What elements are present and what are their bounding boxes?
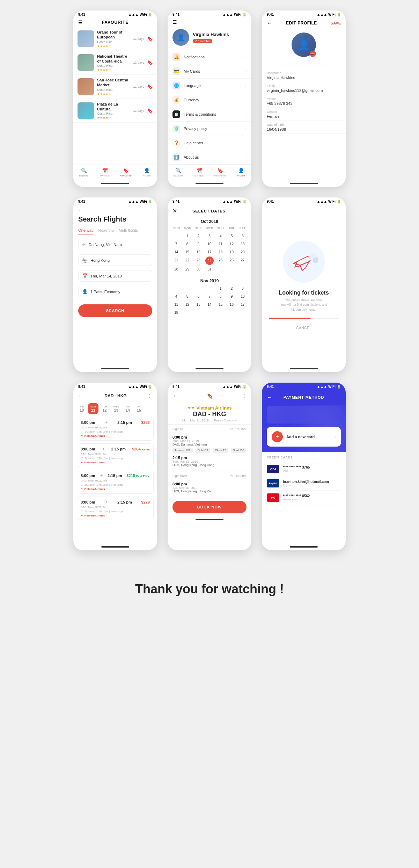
date-tab-wed[interactable]: Wed 13: [111, 403, 122, 414]
cal-day[interactable]: 18: [215, 248, 226, 256]
cal-day[interactable]: 12: [227, 240, 237, 248]
cal-day[interactable]: 2: [227, 285, 237, 292]
cal-day[interactable]: 9: [193, 240, 204, 248]
cal-day[interactable]: 4: [171, 293, 182, 300]
cal-day[interactable]: 10: [204, 240, 215, 248]
menu-mycards[interactable]: 💳 My Cards ›: [168, 64, 251, 79]
to-field[interactable]: 🛬 Hong Kong: [78, 254, 152, 266]
fav-item-4[interactable]: Plaza de La Cultura Costa Rica ★★★★☆ 11 …: [73, 99, 157, 123]
cal-day[interactable]: 26: [227, 256, 237, 265]
from-field[interactable]: ✈ Da Nang, Viet Nam: [78, 239, 152, 250]
fav-bookmark-2[interactable]: 🔖: [147, 60, 153, 65]
more-options-icon[interactable]: ⋮: [147, 393, 152, 399]
menu-privacy[interactable]: 🛡️ Privacy policy ›: [168, 122, 251, 136]
dob-value[interactable]: 16/04/1988: [267, 127, 341, 131]
book-now-button[interactable]: BOOK NOW: [172, 501, 247, 513]
cal-day[interactable]: 14: [204, 301, 215, 308]
nav-profile-2[interactable]: 👤 Profile: [230, 168, 251, 177]
cc-item-mc[interactable]: MC **** **** **** 8562 Master Card: [267, 491, 341, 505]
cal-day[interactable]: 11: [215, 240, 226, 248]
cal-day[interactable]: 21: [171, 256, 182, 265]
cal-day[interactable]: 4: [215, 232, 226, 240]
fav-bookmark-4[interactable]: 🔖: [147, 108, 153, 114]
date-tab-mon[interactable]: Mon 11: [88, 403, 98, 414]
cal-day[interactable]: 13: [193, 301, 204, 308]
cc-item-visa[interactable]: VISA **** **** **** 3765 Visa: [267, 462, 341, 476]
cal-day-selected[interactable]: 24: [205, 256, 214, 265]
cal-day[interactable]: 8: [182, 240, 193, 248]
tab-multiflights[interactable]: Multi flights: [119, 228, 138, 234]
cal-day[interactable]: 22: [182, 256, 193, 265]
fav-bookmark-3[interactable]: 🔖: [147, 84, 153, 89]
date-field[interactable]: 📅 Thu, Mar 14, 2019: [78, 270, 152, 282]
cancel-button[interactable]: CANCEL: [296, 326, 312, 330]
cal-day[interactable]: 27: [237, 256, 248, 265]
cal-day[interactable]: 7: [171, 240, 182, 248]
camera-icon[interactable]: 📷: [310, 51, 316, 57]
cal-day[interactable]: 23: [193, 256, 204, 265]
cal-day[interactable]: 25: [215, 256, 226, 265]
cal-day[interactable]: 3: [204, 232, 215, 240]
cal-day[interactable]: 30: [193, 266, 204, 273]
gender-value[interactable]: Female: [267, 114, 341, 118]
fav-item-2[interactable]: National Theatre of Costa Rica Costa Ric…: [73, 51, 157, 75]
date-tab-thu[interactable]: Thu 14: [123, 403, 133, 414]
results-back-btn[interactable]: ←: [78, 393, 84, 399]
menu-terms[interactable]: 📋 Terms & conditions ›: [168, 107, 251, 122]
menu-notifications[interactable]: 🔔 Notifications ›: [168, 50, 251, 64]
edit-back-icon[interactable]: ←: [267, 20, 272, 26]
cal-day[interactable]: 16: [227, 301, 237, 308]
search-button[interactable]: SEARCH: [78, 304, 152, 317]
date-tab-fri[interactable]: Fri 15: [134, 403, 144, 414]
cal-day[interactable]: 3: [237, 285, 248, 292]
cal-day[interactable]: 2: [193, 232, 204, 240]
menu-about[interactable]: ℹ️ About us ›: [168, 150, 251, 165]
cal-day[interactable]: 6: [237, 232, 248, 240]
cal-day[interactable]: 28: [171, 266, 182, 273]
phone-value[interactable]: +65 39879 343: [267, 101, 341, 106]
cal-day[interactable]: 15: [182, 248, 193, 256]
cal-day[interactable]: 29: [182, 266, 193, 273]
cal-day[interactable]: 8: [215, 293, 226, 300]
fav-bookmark-1[interactable]: 🔖: [147, 36, 153, 42]
add-card-button[interactable]: + Add a new card ›: [267, 427, 341, 447]
cal-day[interactable]: 18: [171, 309, 182, 316]
flight-result-2[interactable]: 8:00 pm ✈ 2:15 pm $264 +5 left DAD, Mon …: [77, 443, 154, 467]
cal-day[interactable]: 12: [182, 301, 193, 308]
nav-mytrips-1[interactable]: 📅 My trips: [94, 168, 115, 177]
cal-day[interactable]: 6: [193, 293, 204, 300]
cal-day[interactable]: 31: [204, 266, 215, 273]
menu-help[interactable]: ❓ Help center ›: [168, 136, 251, 150]
detail-more-icon[interactable]: ⋮: [242, 393, 247, 399]
cc-item-paypal[interactable]: PayPal brannon.kihn@hotmail.com Paypal: [267, 476, 341, 491]
payment-back-btn[interactable]: ←: [267, 394, 272, 400]
menu-icon[interactable]: ☰: [78, 20, 83, 25]
nav-favourite-2[interactable]: 🔖 Favourite: [210, 168, 230, 177]
cal-day[interactable]: 16: [193, 248, 204, 256]
cal-day[interactable]: 11: [171, 301, 182, 308]
cal-day[interactable]: 13: [237, 240, 248, 248]
email-value[interactable]: virginia_hawkins112@gmail.com: [267, 88, 341, 93]
date-tab-tue[interactable]: Tue 12: [100, 403, 110, 414]
cal-day[interactable]: 14: [171, 248, 182, 256]
detail-back-btn[interactable]: ←: [172, 393, 178, 399]
fav-item-3[interactable]: San José Central Market Costa Rica ★★★★☆…: [73, 75, 157, 99]
detail-bookmark-icon[interactable]: 🔖: [207, 393, 213, 399]
menu-language[interactable]: 🌐 Language ›: [168, 79, 251, 93]
nav-explore-1[interactable]: 🔍 Explore: [73, 168, 94, 177]
date-tab-sat[interactable]: Sat 10: [77, 403, 87, 414]
cal-close-btn[interactable]: ✕: [172, 208, 177, 214]
fav-item-1[interactable]: Grand Tour of European Costa Rica ★★★★☆ …: [73, 27, 157, 51]
nav-profile-1[interactable]: 👤 Profile: [136, 168, 157, 177]
nav-mytrips-2[interactable]: 📅 My trips: [189, 168, 210, 177]
nav-favourite-1[interactable]: 🔖 Favourite: [115, 168, 136, 177]
cal-day[interactable]: 7: [204, 293, 215, 300]
hamburger-icon[interactable]: ☰: [172, 19, 177, 25]
cal-day[interactable]: 5: [227, 232, 237, 240]
flight-result-1[interactable]: 8:00 pm ✈ 2:15 pm $283 DAD, Mon HKG, Tue…: [77, 417, 154, 441]
cal-day[interactable]: 1: [182, 232, 193, 240]
cal-day[interactable]: 10: [237, 293, 248, 300]
tab-oneway[interactable]: One way: [78, 228, 93, 234]
nav-explore-2[interactable]: 🔍 Explore: [168, 168, 189, 177]
cal-day[interactable]: 15: [215, 301, 226, 308]
